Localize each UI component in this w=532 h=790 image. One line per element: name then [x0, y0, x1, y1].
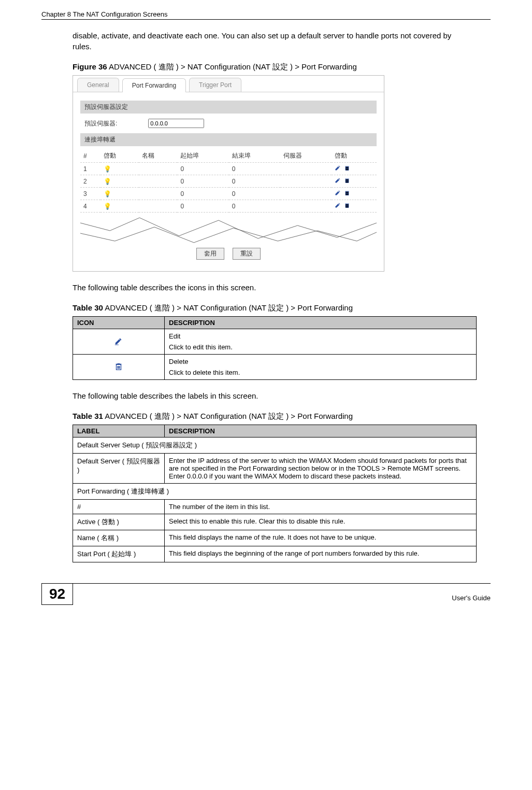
- col-start: 起始埠: [177, 149, 228, 163]
- table30-edit-desc: Click to edit this item.: [169, 343, 472, 351]
- cell-end: 0: [229, 188, 280, 200]
- table31-r4-label: Name ( 名稱 ): [73, 530, 165, 546]
- table31-r1-label: Default Server ( 預設伺服器 ): [73, 454, 165, 484]
- tab-port-forwarding[interactable]: Port Forwarding: [122, 78, 186, 92]
- edit-icon: [114, 340, 123, 347]
- delete-icon[interactable]: [344, 177, 350, 185]
- table-row: 1 💡 0 0: [80, 163, 377, 175]
- col-server: 伺服器: [280, 149, 332, 163]
- cell-num: 3: [80, 188, 100, 200]
- table30-h-desc: DESCRIPTION: [165, 317, 477, 329]
- table-row: 4 💡 0 0: [80, 200, 377, 213]
- table31-caption-bold: Table 31: [73, 412, 103, 420]
- cell-num: 2: [80, 175, 100, 188]
- default-server-input[interactable]: [148, 119, 204, 128]
- cell-start: 0: [177, 188, 228, 200]
- figure36-caption: Figure 36 ADVANCED ( 進階 ) > NAT Configur…: [73, 62, 459, 72]
- col-active: 啓動: [100, 149, 139, 163]
- col-name: 名稱: [139, 149, 177, 163]
- tab-general[interactable]: General: [77, 78, 119, 92]
- table31-r2-label: #: [73, 500, 165, 514]
- table30-edit-title: Edit: [169, 332, 472, 340]
- cell-end: 0: [229, 200, 280, 213]
- edit-icon[interactable]: [335, 190, 341, 198]
- delete-icon: [114, 365, 123, 373]
- table31-r3-label: Active ( 啓動 ): [73, 514, 165, 530]
- footer-guide: User's Guide: [452, 591, 491, 605]
- cell-num: 1: [80, 163, 100, 175]
- table-row: 2 💡 0 0: [80, 175, 377, 188]
- cell-start: 0: [177, 163, 228, 175]
- table31-r4-desc: This field displays the name of the rule…: [165, 530, 477, 546]
- figure36-caption-bold: Figure 36: [73, 62, 107, 71]
- table31: LABEL DESCRIPTION Default Server Setup (…: [73, 425, 477, 562]
- table30-del-desc: Click to delete this item.: [169, 369, 472, 376]
- bulb-icon[interactable]: 💡: [104, 190, 111, 198]
- edit-icon[interactable]: [335, 202, 341, 210]
- section-port-forwarding: 連接埠轉遞: [80, 133, 377, 146]
- cell-start: 0: [177, 200, 228, 213]
- table31-caption-rest: ADVANCED ( 進階 ) > NAT Configuration (NAT…: [103, 412, 353, 420]
- table31-section1: Default Server Setup ( 預設伺服器設定 ): [73, 438, 477, 454]
- col-num: #: [80, 149, 100, 163]
- col-action: 啓動: [332, 149, 377, 163]
- cell-start: 0: [177, 175, 228, 188]
- mid-paragraph-2: The following table describes the labels…: [73, 390, 459, 401]
- torn-edge-graphic: [80, 213, 377, 244]
- table30-caption-rest: ADVANCED ( 進階 ) > NAT Configuration (NAT…: [103, 303, 353, 312]
- cell-num: 4: [80, 200, 100, 213]
- table31-h-desc: DESCRIPTION: [165, 425, 477, 438]
- figure36-caption-rest: ADVANCED ( 進階 ) > NAT Configuration (NAT…: [107, 62, 357, 71]
- table31-r5-desc: This field displays the beginning of the…: [165, 546, 477, 562]
- table30-caption: Table 30 ADVANCED ( 進階 ) > NAT Configura…: [73, 303, 459, 313]
- mid-paragraph-1: The following table describes the icons …: [73, 282, 459, 293]
- table30: ICON DESCRIPTION Edit Click to edit this…: [73, 316, 477, 380]
- bulb-icon[interactable]: 💡: [104, 178, 111, 185]
- delete-icon[interactable]: [344, 165, 350, 173]
- table30-h-icon: ICON: [73, 317, 165, 329]
- delete-icon[interactable]: [344, 190, 350, 198]
- cell-end: 0: [229, 175, 280, 188]
- table31-r1-desc: Enter the IP address of the server to wh…: [165, 454, 477, 484]
- edit-icon[interactable]: [335, 177, 341, 185]
- reset-button[interactable]: 重設: [233, 248, 261, 260]
- section-default-server: 預設伺服器設定: [80, 101, 377, 114]
- tab-trigger-port[interactable]: Trigger Port: [189, 78, 241, 92]
- bulb-icon[interactable]: 💡: [104, 165, 111, 173]
- intro-paragraph: disable, activate, and deactivate each o…: [73, 30, 459, 52]
- port-forwarding-table: # 啓動 名稱 起始埠 結束埠 伺服器 啓動 1 💡 0 0: [80, 149, 377, 213]
- figure36-screenshot: General Port Forwarding Trigger Port 預設伺…: [73, 75, 384, 272]
- col-end: 結束埠: [229, 149, 280, 163]
- table31-caption: Table 31 ADVANCED ( 進階 ) > NAT Configura…: [73, 412, 459, 421]
- apply-button[interactable]: 套用: [196, 248, 224, 260]
- table31-r2-desc: The number of the item in this list.: [165, 500, 477, 514]
- edit-icon[interactable]: [335, 165, 341, 173]
- bulb-icon[interactable]: 💡: [104, 203, 111, 210]
- cell-end: 0: [229, 163, 280, 175]
- delete-icon[interactable]: [344, 202, 350, 210]
- table31-r3-desc: Select this to enable this rule. Clear t…: [165, 514, 477, 530]
- table-row: 3 💡 0 0: [80, 188, 377, 200]
- table31-r5-label: Start Port ( 起始埠 ): [73, 546, 165, 562]
- table31-h-label: LABEL: [73, 425, 165, 438]
- table30-del-title: Delete: [169, 358, 472, 365]
- table31-section2: Port Forwarding ( 連接埠轉遞 ): [73, 484, 477, 500]
- table30-caption-bold: Table 30: [73, 303, 103, 312]
- running-header: Chapter 8 The NAT Configuration Screens: [41, 10, 491, 20]
- default-server-label: 預設伺服器:: [84, 119, 117, 128]
- page-number: 92: [41, 584, 73, 605]
